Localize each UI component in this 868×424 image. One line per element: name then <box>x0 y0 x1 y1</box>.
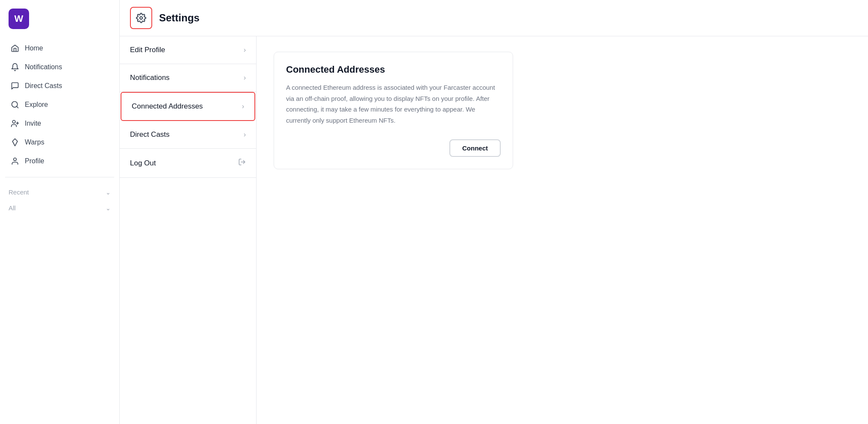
settings-menu-item-edit-profile[interactable]: Edit Profile › <box>120 36 256 64</box>
sidebar-item-notifications[interactable]: Notifications <box>5 58 114 76</box>
sidebar-item-home[interactable]: Home <box>5 39 114 57</box>
sidebar-item-invite[interactable]: Invite <box>5 115 114 132</box>
logo-letter: W <box>15 13 24 24</box>
settings-menu-direct-casts-label: Direct Casts <box>130 130 170 139</box>
chevron-down-icon: ⌄ <box>106 189 111 196</box>
sidebar-item-direct-casts-label: Direct Casts <box>25 82 62 90</box>
sidebar-item-profile[interactable]: Profile <box>5 152 114 170</box>
chevron-right-icon-notifications: › <box>244 74 246 82</box>
chevron-right-icon: › <box>244 46 246 54</box>
chevron-right-icon-connected: › <box>242 103 244 110</box>
sidebar-item-profile-label: Profile <box>25 157 44 165</box>
page-title: Settings <box>159 12 200 24</box>
sidebar: W Home Notifications <box>0 0 120 424</box>
settings-menu-item-notifications[interactable]: Notifications › <box>120 64 256 92</box>
sidebar-nav: Home Notifications Direct Casts <box>0 39 119 170</box>
sidebar-item-notifications-label: Notifications <box>25 63 62 71</box>
gear-icon <box>136 13 146 23</box>
logout-icon <box>238 158 246 168</box>
sidebar-section-recent-label: Recent <box>9 188 29 196</box>
svg-point-7 <box>140 17 142 19</box>
detail-panel-inner: Connected Addresses A connected Ethereum… <box>274 52 513 169</box>
detail-title: Connected Addresses <box>286 64 501 75</box>
diamond-icon <box>10 138 20 147</box>
sidebar-item-direct-casts[interactable]: Direct Casts <box>5 77 114 95</box>
detail-description: A connected Ethereum address is associat… <box>286 82 501 126</box>
settings-menu-logout-label: Log Out <box>130 159 156 168</box>
sidebar-section-recent[interactable]: Recent ⌄ <box>9 184 111 200</box>
settings-gear-button[interactable] <box>130 7 152 29</box>
sidebar-item-explore-label: Explore <box>25 101 48 109</box>
sidebar-item-home-label: Home <box>25 44 43 52</box>
logo-container: W <box>0 9 119 39</box>
main-content: Settings Edit Profile › Notifications › … <box>120 0 868 424</box>
svg-line-1 <box>17 106 18 108</box>
home-icon <box>10 44 20 53</box>
chevron-right-icon-direct-casts: › <box>244 131 246 138</box>
app-logo[interactable]: W <box>9 9 29 29</box>
header: Settings <box>120 0 868 36</box>
svg-marker-5 <box>12 139 18 146</box>
sidebar-item-warps[interactable]: Warps <box>5 133 114 151</box>
settings-menu-edit-profile-label: Edit Profile <box>130 46 165 54</box>
user-icon <box>10 156 20 166</box>
connect-button[interactable]: Connect <box>449 139 501 157</box>
settings-menu-item-log-out[interactable]: Log Out <box>120 149 256 178</box>
settings-menu-notifications-label: Notifications <box>130 74 170 82</box>
bell-icon <box>10 62 20 72</box>
chat-icon <box>10 81 20 91</box>
sidebar-divider <box>5 177 114 177</box>
sidebar-item-explore[interactable]: Explore <box>5 96 114 114</box>
sidebar-section-all-label: All <box>9 204 16 212</box>
user-plus-icon <box>10 119 20 128</box>
settings-menu-connected-addresses-label: Connected Addresses <box>132 102 203 111</box>
sidebar-section-all[interactable]: All ⌄ <box>9 200 111 216</box>
detail-panel: Connected Addresses A connected Ethereum… <box>257 36 868 424</box>
connect-btn-wrapper: Connect <box>286 139 501 157</box>
sidebar-sections: Recent ⌄ All ⌄ <box>0 184 119 216</box>
search-icon <box>10 100 20 109</box>
svg-point-6 <box>14 158 17 161</box>
sidebar-item-invite-label: Invite <box>25 120 41 127</box>
settings-menu-item-connected-addresses[interactable]: Connected Addresses › <box>121 92 255 121</box>
settings-menu: Edit Profile › Notifications › Connected… <box>120 36 257 424</box>
settings-menu-item-direct-casts[interactable]: Direct Casts › <box>120 121 256 149</box>
content-area: Edit Profile › Notifications › Connected… <box>120 36 868 424</box>
svg-point-2 <box>12 121 15 124</box>
sidebar-item-warps-label: Warps <box>25 138 44 146</box>
chevron-down-icon-all: ⌄ <box>106 205 111 212</box>
